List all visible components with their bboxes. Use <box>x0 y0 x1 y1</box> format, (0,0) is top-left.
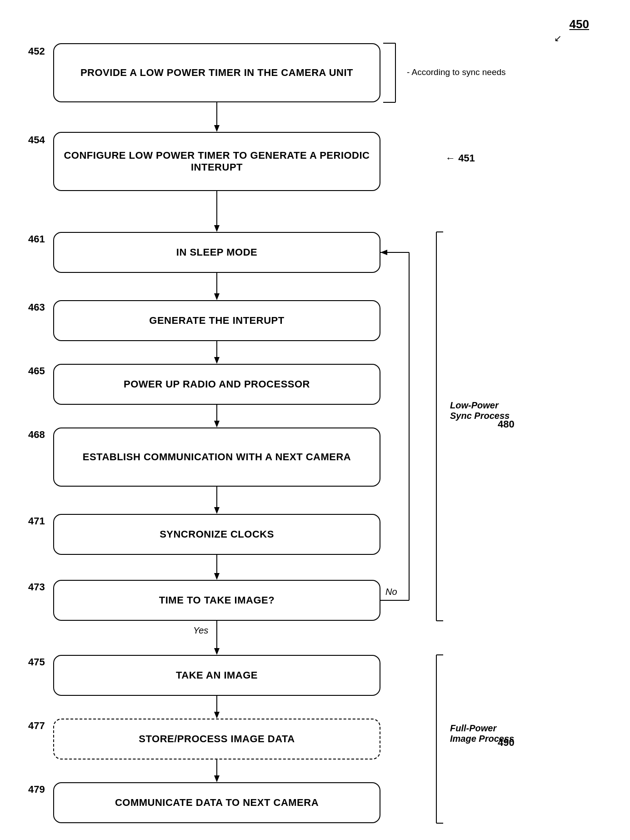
step-label-473: 473 <box>28 581 45 593</box>
step-label-477: 477 <box>28 720 45 732</box>
svg-marker-13 <box>214 573 220 580</box>
box-473: TIME TO TAKE IMAGE? <box>53 580 380 621</box>
svg-marker-5 <box>214 293 220 300</box>
svg-marker-11 <box>214 507 220 514</box>
arrow-ref-451: ← 451 <box>445 152 475 164</box>
svg-marker-9 <box>214 421 220 428</box>
box-465: POWER UP RADIO AND PROCESSOR <box>53 364 380 405</box>
brace-480-label: 480 <box>498 418 515 430</box>
yes-label: Yes <box>193 625 208 636</box>
brace-490-label: 490 <box>498 737 515 749</box>
step-label-461: 461 <box>28 233 45 245</box>
box-454: CONFIGURE LOW POWER TIMER TO GENERATE A … <box>53 132 380 191</box>
box-477: STORE/PROCESS IMAGE DATA <box>53 719 380 760</box>
svg-marker-15 <box>214 648 220 655</box>
step-label-471: 471 <box>28 515 45 527</box>
svg-marker-23 <box>380 250 387 255</box>
svg-marker-17 <box>214 712 220 719</box>
svg-marker-7 <box>214 357 220 364</box>
sync-note: - According to sync needs <box>407 67 506 77</box>
box-479: COMMUNICATE DATA TO NEXT CAMERA <box>53 782 380 823</box>
figure-arrow: ↙ <box>554 33 562 44</box>
box-468: ESTABLISH COMMUNICATION WITH A NEXT CAME… <box>53 428 380 487</box>
box-461: IN SLEEP MODE <box>53 232 380 273</box>
box-452: PROVIDE A LOW POWER TIMER IN THE CAMERA … <box>53 43 380 102</box>
step-label-463: 463 <box>28 302 45 313</box>
figure-number: 450 <box>570 17 589 31</box>
box-471: SYNCRONIZE CLOCKS <box>53 514 380 555</box>
box-475: TAKE AN IMAGE <box>53 655 380 696</box>
no-label: No <box>385 587 397 597</box>
box-463: GENERATE THE INTERUPT <box>53 300 380 341</box>
step-label-468: 468 <box>28 429 45 441</box>
step-label-452: 452 <box>28 45 45 57</box>
step-label-475: 475 <box>28 656 45 668</box>
svg-marker-1 <box>214 125 220 132</box>
step-label-465: 465 <box>28 365 45 377</box>
step-label-479: 479 <box>28 784 45 795</box>
svg-marker-3 <box>214 225 220 232</box>
step-label-454: 454 <box>28 134 45 146</box>
svg-marker-19 <box>214 775 220 782</box>
diagram-container: 450 ↙ <box>0 0 630 840</box>
arrows-svg <box>0 0 630 840</box>
